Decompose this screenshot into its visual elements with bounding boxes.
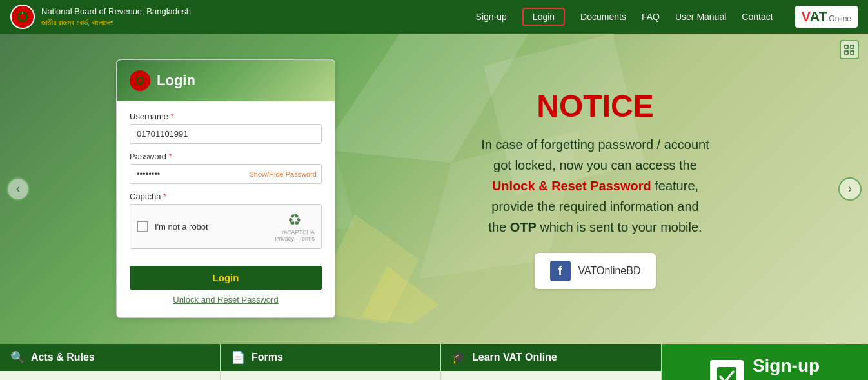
recaptcha-privacy: Privacy - Terms — [275, 235, 315, 242]
svg-rect-12 — [851, 51, 854, 54]
logo-text: National Board of Revenue, Bangladesh জা… — [41, 6, 191, 28]
password-label: Password * — [130, 152, 322, 161]
main-nav: Sign-up Login Documents FAQ User Manual … — [476, 6, 858, 28]
vat-online-logo: VATOnline — [795, 6, 858, 28]
login-bg-header: Login — [117, 60, 335, 101]
password-group: Password * Show/Hide Password — [130, 152, 322, 184]
bottom-section: 🔍 Acts & Rules An Act to expand the area… — [0, 344, 868, 380]
login-header: Login — [130, 70, 322, 91]
nav-faq[interactable]: FAQ — [642, 12, 660, 22]
logo: National Board of Revenue, Bangladesh জা… — [10, 5, 191, 29]
learn-vat-title: Learn VAT Online — [472, 352, 557, 363]
header: National Board of Revenue, Bangladesh জা… — [0, 0, 868, 34]
svg-point-15 — [138, 79, 143, 83]
forms-header: 📄 Forms — [221, 344, 440, 371]
facebook-page-name: VATOnlineBD — [578, 265, 641, 277]
signup-text: Sign-up NOW! — [753, 355, 820, 380]
svg-rect-9 — [845, 45, 848, 48]
acts-rules-title: Acts & Rules — [31, 352, 95, 363]
learn-vat-body: Learning with NBR eLearning will improve… — [441, 371, 661, 380]
nav-documents[interactable]: Documents — [580, 12, 626, 22]
svg-point-2 — [19, 14, 26, 20]
password-row: Show/Hide Password — [130, 164, 322, 184]
login-button[interactable]: Login — [130, 266, 322, 290]
svg-rect-11 — [845, 51, 848, 54]
nav-login[interactable]: Login — [522, 8, 565, 26]
acts-rules-header: 🔍 Acts & Rules — [0, 344, 220, 371]
username-input[interactable] — [130, 124, 322, 144]
carousel-right-arrow[interactable]: › — [838, 177, 862, 201]
recaptcha-brand: reCAPTCHA — [275, 229, 315, 235]
captcha-group: Captcha * I'm not a robot ♻ reCAPTCHA Pr… — [130, 192, 322, 249]
recaptcha-icon: ♻ — [275, 211, 315, 229]
learn-vat-icon: 🎓 — [451, 350, 466, 365]
carousel-left-arrow[interactable]: ‹ — [6, 177, 30, 201]
username-group: Username * — [130, 112, 322, 144]
forms-icon: 📄 — [231, 350, 245, 365]
notice-otp: OTP — [510, 220, 537, 234]
captcha-label-text: I'm not a robot — [155, 222, 208, 232]
acts-rules-icon: 🔍 — [10, 350, 25, 365]
acts-rules-card: 🔍 Acts & Rules An Act to expand the area… — [0, 344, 221, 380]
acts-rules-body: An Act to expand the areas of imposing v… — [0, 371, 220, 380]
nbr-logo-circle — [10, 5, 35, 29]
forms-body: There are many forms which are available… — [221, 371, 440, 380]
notice-title: NOTICE — [537, 88, 653, 124]
nav-user-manual[interactable]: User Manual — [675, 12, 726, 22]
facebook-box[interactable]: f VATOnlineBD — [535, 253, 656, 289]
notice-section: NOTICE In case of forgetting password / … — [335, 34, 868, 344]
signup-now-card[interactable]: Sign-up NOW! — [662, 344, 868, 380]
svg-rect-10 — [851, 45, 854, 48]
captcha-checkbox[interactable] — [137, 221, 148, 232]
signup-inner: Sign-up NOW! — [710, 355, 820, 380]
nav-contact[interactable]: Contact — [742, 12, 773, 22]
hero-section: ‹ Login — [0, 34, 868, 344]
login-panel-wrapper: Login Username * Password * Show/Hide Pa… — [0, 34, 335, 344]
captcha-box[interactable]: I'm not a robot ♻ reCAPTCHA Privacy - Te… — [130, 204, 322, 249]
login-logo — [130, 70, 150, 91]
captcha-label: Captcha * — [130, 192, 322, 201]
username-label: Username * — [130, 112, 322, 121]
forms-title: Forms — [252, 352, 283, 363]
learn-vat-header: 🎓 Learn VAT Online — [441, 344, 661, 371]
learn-vat-card: 🎓 Learn VAT Online Learning with NBR eLe… — [441, 344, 662, 380]
notice-highlight: Unlock & Reset Password — [492, 179, 651, 193]
unlock-reset-link[interactable]: Unlock and Reset Password — [130, 295, 322, 305]
facebook-icon: f — [550, 261, 571, 281]
signup-checkmark-icon — [710, 360, 744, 381]
login-panel: Login Username * Password * Show/Hide Pa… — [116, 59, 335, 318]
show-hide-password-link[interactable]: Show/Hide Password — [249, 170, 317, 178]
forms-card: 📄 Forms There are many forms which are a… — [221, 344, 441, 380]
fullscreen-button[interactable] — [840, 40, 859, 59]
nav-signup[interactable]: Sign-up — [476, 12, 507, 22]
notice-text: In case of forgetting password / account… — [481, 134, 709, 237]
login-title: Login — [157, 72, 195, 89]
